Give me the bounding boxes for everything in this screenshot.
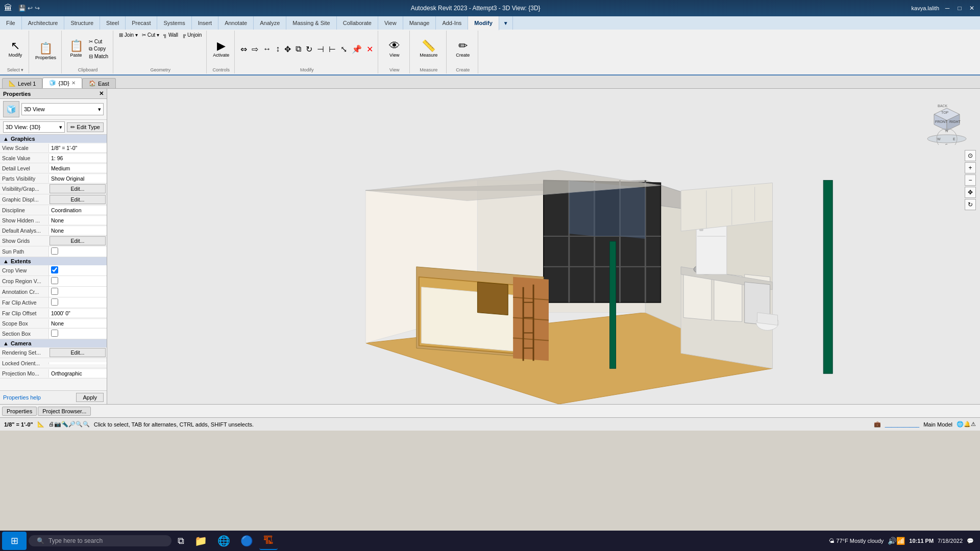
join-btn[interactable]: ⊞ Join ▾: [117, 32, 139, 38]
section-box-checkbox[interactable]: [51, 330, 58, 337]
far-clip-active-checkbox[interactable]: [51, 298, 58, 306]
tab-manage[interactable]: Manage: [403, 16, 436, 30]
crop-region-checkbox[interactable]: [51, 277, 58, 284]
nav-rotate[interactable]: ↻: [965, 199, 976, 210]
properties-close[interactable]: ✕: [99, 90, 104, 97]
project-browser-tab[interactable]: Project Browser...: [38, 407, 91, 416]
offset-btn[interactable]: ⇨: [250, 44, 260, 55]
tab-file[interactable]: File: [0, 16, 22, 30]
cut-btn[interactable]: ✂ Cut: [87, 38, 110, 45]
sun-path-checkbox[interactable]: [51, 247, 58, 255]
view-ribbon-btn[interactable]: 👁 View: [384, 34, 405, 64]
rendering-settings-btn[interactable]: Edit...: [50, 348, 106, 357]
tab-addins[interactable]: Add-Ins: [436, 16, 468, 30]
trim-btn[interactable]: ⊣: [315, 44, 326, 55]
scale-value-value[interactable]: 1: 96: [48, 154, 107, 162]
visibility-graphics-btn[interactable]: Edit...: [50, 184, 106, 193]
parts-visibility-value[interactable]: Show Original: [48, 174, 107, 183]
crop-view-checkbox[interactable]: [51, 266, 58, 273]
modify-btn[interactable]: ↖ Modify: [5, 34, 26, 64]
tab-insert[interactable]: Insert: [192, 16, 219, 30]
view-cube[interactable]: TOP FRONT RIGHT BACK N E S W: [924, 99, 970, 145]
view-selector[interactable]: 3D View: {3D} ▾: [3, 121, 65, 133]
properties-ribbon-btn[interactable]: 📋 Properties: [33, 36, 58, 67]
split-btn[interactable]: ⊢: [327, 44, 337, 55]
3d-tab-close[interactable]: ✕: [71, 80, 76, 86]
start-button[interactable]: ⊞: [2, 532, 27, 550]
section-box-value[interactable]: [48, 329, 107, 339]
view-scale-value[interactable]: 1/8" = 1'-0": [48, 144, 107, 152]
properties-help-link[interactable]: Properties help: [3, 394, 41, 400]
discipline-value[interactable]: Coordination: [48, 206, 107, 214]
align-btn[interactable]: ⇔: [239, 44, 249, 55]
properties-tab[interactable]: Properties: [2, 407, 37, 416]
apply-button[interactable]: Apply: [76, 393, 104, 402]
3d-view-area[interactable]: TOP FRONT RIGHT BACK N E S W ⊙ + − ✥ ↻: [107, 89, 980, 404]
matchprop-btn[interactable]: ⊟ Match: [87, 53, 110, 60]
copy-btn[interactable]: ⧉ Copy: [87, 45, 110, 53]
doc-tab-east[interactable]: 🏠 East: [82, 78, 116, 88]
extents-section-header[interactable]: ▲ Extents: [0, 257, 107, 265]
close-btn[interactable]: ✕: [968, 4, 976, 12]
projection-mode-value[interactable]: Orthographic: [48, 369, 107, 378]
create-ribbon-btn[interactable]: ✏ Create: [453, 34, 473, 64]
mirror-y-btn[interactable]: ↕: [274, 44, 281, 54]
nav-zoom-in[interactable]: +: [965, 162, 976, 173]
paste-btn[interactable]: 📋 Paste: [66, 34, 86, 64]
move-btn[interactable]: ✥: [283, 44, 292, 55]
chrome-btn[interactable]: 🌐: [213, 532, 234, 550]
scope-box-value[interactable]: None: [48, 319, 107, 328]
unjoin-btn[interactable]: ╔ Unjoin: [181, 32, 203, 38]
rotate-btn[interactable]: ↻: [304, 44, 314, 55]
nav-zoom-full[interactable]: ⊙: [965, 150, 976, 161]
taskbar-search[interactable]: 🔍 Type here to search: [29, 535, 172, 546]
default-analysis-value[interactable]: None: [48, 227, 107, 235]
doc-tab-3d[interactable]: 🧊 {3D} ✕: [42, 78, 82, 88]
file-explorer-btn[interactable]: 📁: [190, 532, 211, 550]
tab-massing[interactable]: Massing & Site: [286, 16, 336, 30]
crop-view-value[interactable]: [48, 265, 107, 276]
type-dropdown[interactable]: 3D View ▾: [21, 103, 104, 115]
tab-annotate[interactable]: Annotate: [218, 16, 254, 30]
tab-modify[interactable]: Modify: [468, 16, 499, 31]
scale-btn[interactable]: ⤡: [339, 44, 349, 55]
mirror-x-btn[interactable]: ↔: [261, 44, 273, 54]
wall-join-btn[interactable]: ╗ Wall: [162, 32, 180, 38]
tab-systems[interactable]: Systems: [157, 16, 191, 30]
notification-area[interactable]: 💬: [967, 538, 974, 544]
tab-precast[interactable]: Precast: [126, 16, 157, 30]
locked-orientation-value[interactable]: [48, 362, 107, 364]
annotation-crop-value[interactable]: [48, 287, 107, 297]
tab-contextual[interactable]: ▼: [499, 16, 513, 30]
tab-collaborate[interactable]: Collaborate: [337, 16, 378, 30]
maximize-btn[interactable]: □: [955, 4, 964, 12]
edit-type-button[interactable]: ✏ Edit Type: [67, 122, 104, 132]
nav-pan[interactable]: ✥: [965, 187, 976, 198]
detail-level-value[interactable]: Medium: [48, 164, 107, 172]
tab-structure[interactable]: Structure: [64, 16, 100, 30]
tab-analyze[interactable]: Analyze: [254, 16, 286, 30]
copy-modify-btn[interactable]: ⧉: [294, 44, 303, 54]
pin-btn[interactable]: 📌: [350, 44, 363, 55]
graphics-section-header[interactable]: ▲ Graphics: [0, 135, 107, 143]
cut-geom-btn[interactable]: ✂ Cut ▾: [140, 32, 161, 38]
doc-tab-level1[interactable]: 📐 Level 1: [2, 78, 42, 88]
annotation-crop-checkbox[interactable]: [51, 288, 58, 295]
sun-path-value[interactable]: [48, 246, 107, 257]
delete-btn[interactable]: ✕: [365, 44, 375, 55]
nav-zoom-out[interactable]: −: [965, 174, 976, 186]
far-clip-offset-value[interactable]: 1000' 0": [48, 309, 107, 317]
edge-btn[interactable]: 🔵: [236, 532, 257, 550]
tab-steel[interactable]: Steel: [100, 16, 126, 30]
revit-btn[interactable]: 🏗: [259, 532, 278, 550]
task-view-btn[interactable]: ⧉: [174, 532, 188, 550]
tab-view[interactable]: View: [378, 16, 403, 30]
show-hidden-value[interactable]: None: [48, 216, 107, 224]
activate-btn[interactable]: ▶ Activate: [211, 34, 231, 64]
tab-architecture[interactable]: Architecture: [22, 16, 65, 30]
camera-section-header[interactable]: ▲ Camera: [0, 339, 107, 347]
minimize-btn[interactable]: ─: [943, 4, 951, 12]
show-grids-btn[interactable]: Edit...: [50, 236, 106, 245]
crop-region-value[interactable]: [48, 276, 107, 286]
graphic-display-btn[interactable]: Edit...: [50, 195, 106, 204]
